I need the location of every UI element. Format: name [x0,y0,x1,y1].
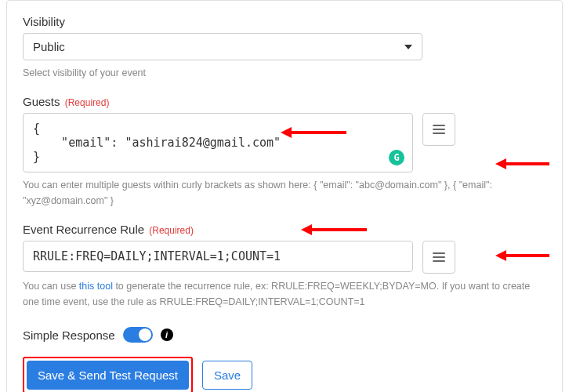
visibility-select[interactable]: Public [23,33,422,60]
this-tool-link[interactable]: this tool [79,281,113,292]
recurrence-helper: You can use this tool to generate the re… [23,278,546,310]
guests-input[interactable]: { "email": "ashirai824@gmail.com" }G [23,113,413,172]
hamburger-icon [433,125,445,134]
guests-helper: You can enter multiple guests within cur… [23,177,546,209]
visibility-label: Visibility [23,15,546,28]
guests-group: Guests (Required) { "email": "ashirai824… [23,95,546,209]
simple-response-row: Simple Response i [23,327,546,343]
required-badge: (Required) [65,97,110,108]
visibility-group: Visibility Public Select visibility of y… [23,15,546,81]
simple-response-label: Simple Response [23,328,115,342]
grammarly-icon[interactable]: G [389,150,404,165]
recurrence-options-button[interactable] [422,241,455,274]
visibility-helper: Select visibility of your event [23,65,546,81]
recurrence-group: Event Recurrence Rule (Required) RRULE:F… [23,223,546,310]
info-icon[interactable]: i [161,328,173,341]
form-card: Visibility Public Select visibility of y… [6,0,563,392]
save-send-test-button[interactable]: Save & Send Test Request [27,361,189,390]
hamburger-icon [433,252,445,262]
chevron-down-icon [404,45,412,49]
recurrence-input[interactable]: RRULE:FREQ=DAILY;INTERVAL=1;COUNT=1 [23,241,413,272]
guests-row: { "email": "ashirai824@gmail.com" }G [23,113,546,172]
simple-response-toggle[interactable] [123,327,153,343]
guests-options-button[interactable] [422,113,455,146]
recurrence-label: Event Recurrence Rule (Required) [23,223,546,236]
button-row: Save & Send Test Request Save [23,357,546,392]
visibility-value: Public [33,40,65,53]
annotation-highlight: Save & Send Test Request [23,357,193,392]
guests-label: Guests (Required) [23,95,546,108]
required-badge: (Required) [149,225,194,236]
save-button[interactable]: Save [202,361,252,390]
toggle-knob [139,328,151,341]
recurrence-row: RRULE:FREQ=DAILY;INTERVAL=1;COUNT=1 [23,241,546,274]
